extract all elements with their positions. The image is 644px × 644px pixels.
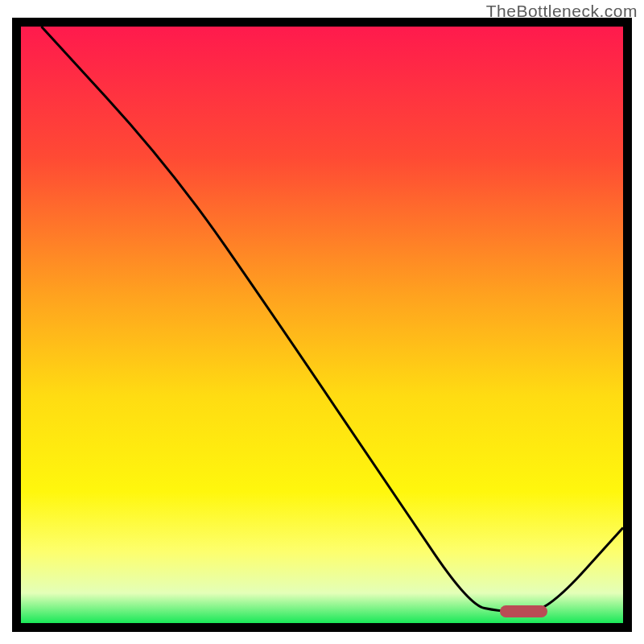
chart-frame: [12, 18, 632, 632]
watermark-text: TheBottleneck.com: [486, 2, 638, 21]
gradient-background: [21, 27, 623, 623]
chart-inner: [21, 27, 623, 623]
optimal-range-marker: [500, 605, 548, 617]
chart-svg: [21, 27, 623, 623]
